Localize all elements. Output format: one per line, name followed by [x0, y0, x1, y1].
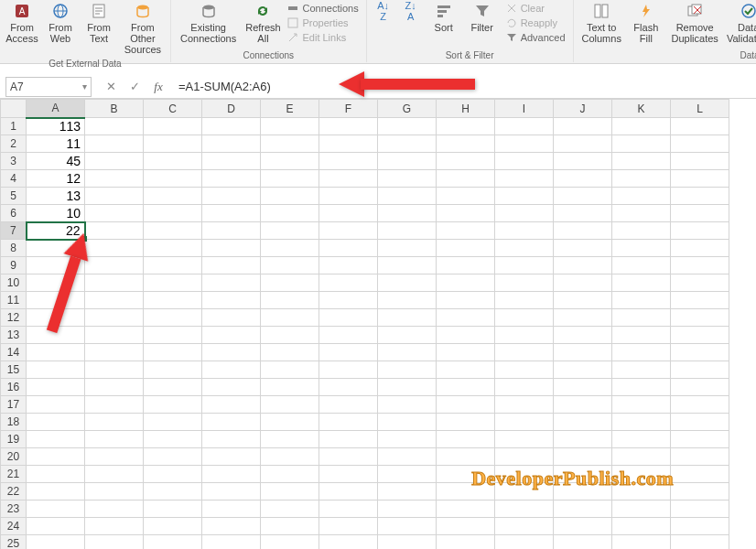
cell-I10[interactable]	[495, 274, 554, 292]
cell-I25[interactable]	[495, 535, 554, 550]
row-header-13[interactable]: 13	[1, 327, 27, 344]
refresh-all-button[interactable]: Refresh All	[243, 0, 282, 46]
row-header-23[interactable]: 23	[1, 501, 27, 518]
cell-F9[interactable]	[319, 257, 378, 274]
cell-E9[interactable]	[261, 257, 319, 274]
cell-G13[interactable]	[378, 327, 437, 344]
cell-F21[interactable]	[319, 466, 378, 483]
cell-L16[interactable]	[671, 379, 729, 396]
cell-E14[interactable]	[261, 344, 319, 361]
cell-E13[interactable]	[261, 327, 319, 344]
cell-L9[interactable]	[671, 257, 729, 274]
row-header-4[interactable]: 4	[1, 170, 27, 188]
cell-L10[interactable]	[671, 274, 729, 292]
cell-H15[interactable]	[437, 361, 495, 379]
cell-F13[interactable]	[319, 327, 378, 344]
column-header-D[interactable]: D	[202, 100, 261, 118]
cell-B15[interactable]	[85, 361, 144, 379]
cell-I14[interactable]	[495, 344, 554, 361]
sort-desc-button[interactable]: Z↓A	[398, 0, 424, 24]
cell-D14[interactable]	[202, 344, 261, 361]
cell-B11[interactable]	[85, 292, 144, 309]
cell-D17[interactable]	[202, 396, 261, 414]
cell-E5[interactable]	[261, 188, 319, 205]
sort-asc-button[interactable]: A↓Z	[371, 0, 396, 24]
cell-G4[interactable]	[378, 170, 437, 188]
cell-J8[interactable]	[554, 240, 612, 257]
row-header-9[interactable]: 9	[1, 257, 27, 274]
row-header-3[interactable]: 3	[1, 153, 27, 170]
cell-E24[interactable]	[261, 518, 319, 535]
cell-H6[interactable]	[437, 205, 495, 222]
cell-E25[interactable]	[261, 535, 319, 550]
cell-B12[interactable]	[85, 309, 144, 327]
cell-L12[interactable]	[671, 309, 729, 327]
row-header-14[interactable]: 14	[1, 344, 27, 361]
cell-G14[interactable]	[378, 344, 437, 361]
cell-F7[interactable]	[319, 222, 378, 240]
cell-K15[interactable]	[612, 361, 671, 379]
cell-B10[interactable]	[85, 274, 144, 292]
from-other-sources-button[interactable]: From Other Sources	[119, 0, 167, 57]
cell-E19[interactable]	[261, 431, 319, 448]
cell-H16[interactable]	[437, 379, 495, 396]
cell-G9[interactable]	[378, 257, 437, 274]
cell-E6[interactable]	[261, 205, 319, 222]
cell-D1[interactable]	[202, 118, 261, 135]
cell-K10[interactable]	[612, 274, 671, 292]
reapply-button[interactable]: Reapply	[504, 16, 567, 29]
cell-K6[interactable]	[612, 205, 671, 222]
cell-L19[interactable]	[671, 431, 729, 448]
cell-I7[interactable]	[495, 222, 554, 240]
cell-J3[interactable]	[554, 153, 612, 170]
cell-F12[interactable]	[319, 309, 378, 327]
cell-E23[interactable]	[261, 501, 319, 518]
cell-L7[interactable]	[671, 222, 729, 240]
cell-L23[interactable]	[671, 501, 729, 518]
cell-A24[interactable]	[27, 518, 85, 535]
column-header-F[interactable]: F	[319, 100, 378, 118]
cell-F10[interactable]	[319, 274, 378, 292]
cell-I6[interactable]	[495, 205, 554, 222]
cell-K25[interactable]	[612, 535, 671, 550]
cell-J12[interactable]	[554, 309, 612, 327]
sort-button[interactable]: Sort	[426, 0, 462, 35]
cell-K8[interactable]	[612, 240, 671, 257]
cell-B23[interactable]	[85, 501, 144, 518]
from-access-button[interactable]: A From Access	[4, 0, 40, 46]
row-header-16[interactable]: 16	[1, 379, 27, 396]
cell-I16[interactable]	[495, 379, 554, 396]
cell-F8[interactable]	[319, 240, 378, 257]
cell-D23[interactable]	[202, 501, 261, 518]
cell-E15[interactable]	[261, 361, 319, 379]
cell-A21[interactable]	[27, 466, 85, 483]
cell-H1[interactable]	[437, 118, 495, 135]
cell-D12[interactable]	[202, 309, 261, 327]
cell-C2[interactable]	[144, 135, 202, 153]
text-to-columns-button[interactable]: Text to Columns	[578, 0, 626, 46]
cell-C21[interactable]	[144, 466, 202, 483]
cell-E22[interactable]	[261, 483, 319, 501]
filter-button[interactable]: Filter	[464, 0, 501, 35]
cell-H13[interactable]	[437, 327, 495, 344]
cell-J16[interactable]	[554, 379, 612, 396]
cell-C19[interactable]	[144, 431, 202, 448]
cell-H5[interactable]	[437, 188, 495, 205]
cell-L17[interactable]	[671, 396, 729, 414]
from-text-button[interactable]: From Text	[81, 0, 117, 46]
cell-F17[interactable]	[319, 396, 378, 414]
cell-L20[interactable]	[671, 448, 729, 466]
cell-J18[interactable]	[554, 414, 612, 431]
cell-D22[interactable]	[202, 483, 261, 501]
cell-D18[interactable]	[202, 414, 261, 431]
cell-C20[interactable]	[144, 448, 202, 466]
cell-L15[interactable]	[671, 361, 729, 379]
cell-C6[interactable]	[144, 205, 202, 222]
cancel-formula-button[interactable]: ✕	[101, 77, 121, 97]
cell-H17[interactable]	[437, 396, 495, 414]
cell-H19[interactable]	[437, 431, 495, 448]
column-header-G[interactable]: G	[378, 100, 437, 118]
cell-A25[interactable]	[27, 535, 85, 550]
cell-D2[interactable]	[202, 135, 261, 153]
cell-E4[interactable]	[261, 170, 319, 188]
